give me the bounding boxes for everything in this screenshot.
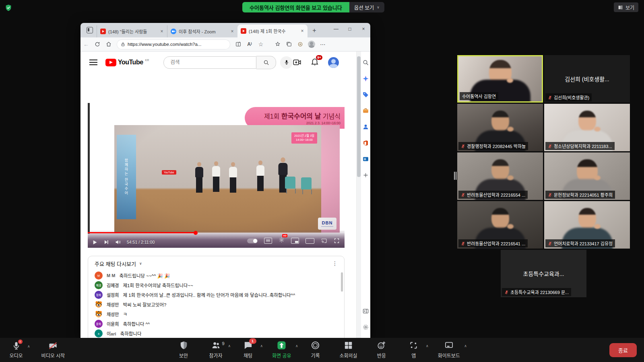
page-scrollbar-track[interactable]	[357, 51, 361, 338]
tab-manager-button[interactable]	[84, 25, 96, 36]
audio-options-chevron[interactable]: ∧	[27, 344, 30, 359]
search-icon[interactable]	[362, 59, 369, 66]
options-chevron[interactable]: ∧	[295, 344, 298, 348]
address-bar[interactable]: https://www.youtube.com/watch?a...	[117, 39, 230, 49]
profile-avatar[interactable]	[306, 39, 317, 49]
play-icon[interactable]	[92, 239, 98, 245]
back-button[interactable]: ←	[80, 39, 92, 49]
next-icon[interactable]	[103, 239, 109, 245]
browser-essentials-icon[interactable]	[295, 39, 306, 49]
refresh-button[interactable]	[92, 39, 103, 49]
options-chevron[interactable]: ∧	[464, 344, 467, 348]
volume-icon[interactable]	[115, 239, 121, 245]
office-icon[interactable]	[362, 139, 369, 147]
chat-avatar: 🐯	[95, 310, 103, 318]
participant-tile[interactable]: 초등특수교육과... 초등특수교육과 22130669 문...	[501, 250, 586, 297]
participant-tile[interactable]: 반려동물산업학과 22216554 ...	[457, 152, 543, 200]
subtitles-icon[interactable]	[264, 238, 272, 244]
favorites-bar-icon[interactable]	[272, 39, 283, 49]
participant-tile[interactable]: 김선희 (비호생활... 김선희(비호생활관)	[544, 55, 630, 103]
participant-tile[interactable]: 수어통역사 김항연	[457, 55, 543, 103]
page-scrollbar-thumb[interactable]	[357, 56, 361, 177]
window-close-button[interactable]: ×	[357, 23, 370, 35]
settings-icon[interactable]	[362, 323, 369, 331]
youtube-avatar[interactable]	[328, 57, 339, 68]
chat-text: ㅋ	[123, 311, 127, 317]
collections-icon[interactable]	[283, 39, 295, 49]
window-maximize-button[interactable]: □	[343, 23, 357, 35]
toolbar-button[interactable]: 기록	[308, 341, 324, 359]
cast-icon[interactable]	[321, 238, 327, 244]
participant-tile[interactable]: 경찰행정학과 22082445 박하늘	[457, 104, 543, 151]
tab-close-icon[interactable]: ×	[229, 29, 235, 34]
add-icon[interactable]	[362, 171, 369, 179]
toolbar-button[interactable]: 화이트보드 ∧	[438, 341, 460, 359]
youtube-logo[interactable]: YouTube KR	[105, 59, 149, 66]
zoom-toolbar: ! 오디오 ∧ 비디오 시작	[0, 338, 644, 362]
toolbar-button[interactable]: 소회의실	[340, 341, 357, 359]
shopping-icon[interactable]	[362, 91, 369, 99]
chat-replay-box: 주요 채팅 다시보기 ∨ ⋮ M M M 축하드립니당 ~~^^ 🎉 🎉	[88, 256, 345, 338]
menu-hamburger-icon[interactable]	[89, 60, 97, 65]
add-favorite-icon[interactable]: ☆	[255, 39, 266, 49]
toolbar-button[interactable]: 보안	[175, 341, 192, 359]
split-screen-icon[interactable]	[233, 39, 244, 49]
view-button[interactable]: 보기	[614, 2, 638, 12]
chevron-down-icon[interactable]: ∨	[139, 261, 142, 265]
toolbar-button[interactable]: 화면 공유 ∧	[272, 341, 291, 359]
browser-tab[interactable]: (148) 제 1회 한국수 ×	[237, 25, 308, 37]
search-button[interactable]	[256, 56, 276, 69]
chat-author: 이윤희	[107, 321, 119, 327]
chat-menu-kebab-icon[interactable]: ⋮	[332, 260, 338, 267]
browser-tab[interactable]: 이후 참석자 - Zoom ×	[167, 25, 237, 37]
tab-close-icon[interactable]: ×	[159, 29, 165, 34]
options-chevron[interactable]: ∧	[426, 344, 429, 348]
participant-tile[interactable]: 청소년상담복지학과 2211183...	[544, 104, 630, 151]
chat-message: M M M 축하드립니당 ~~^^ 🎉 🎉	[88, 271, 344, 280]
new-tab-button[interactable]: +	[309, 25, 320, 36]
tools-icon[interactable]	[362, 107, 369, 115]
audio-alert-badge: !	[18, 339, 23, 344]
copilot-icon[interactable]	[362, 75, 369, 82]
participant-name-label: 언어치료학과 22133417 김유정	[545, 239, 615, 247]
chat-scrollbar[interactable]	[341, 272, 343, 292]
autoplay-toggle[interactable]	[247, 239, 258, 243]
chat-replay-title[interactable]: 주요 채팅 다시보기	[95, 260, 136, 267]
read-aloud-icon[interactable]: A)	[244, 39, 255, 49]
options-chevron[interactable]: ∧	[228, 344, 231, 348]
progress-bar[interactable]	[88, 232, 345, 233]
end-meeting-button[interactable]: 종료	[609, 343, 637, 357]
create-video-icon[interactable]	[293, 58, 301, 67]
tab-close-icon[interactable]: ×	[299, 28, 305, 34]
video-player[interactable]: 제1회 한국수어의 날 기념식 2021.2.3. 14:00~16:00 함께…	[88, 102, 345, 248]
toolbar-button[interactable]: 1 채팅 ∧	[240, 341, 256, 359]
fullscreen-icon[interactable]	[334, 238, 340, 244]
toolbar-button[interactable]: 앱 ∧	[406, 341, 422, 359]
more-menu-icon[interactable]: ⋯	[317, 39, 328, 49]
toolbar-button[interactable]: 반응	[374, 341, 390, 359]
outlook-icon[interactable]	[362, 155, 369, 163]
panel-resize-handle[interactable]	[454, 172, 456, 180]
toolbar-button[interactable]: 9 참가자 ∧	[208, 341, 224, 359]
participant-tile[interactable]: 언어치료학과 22133417 김유정	[544, 201, 630, 249]
people-icon[interactable]	[362, 123, 369, 131]
voice-search-button[interactable]	[280, 56, 293, 69]
open-sidebar-icon[interactable]	[362, 307, 369, 315]
miniplayer-icon[interactable]	[291, 238, 299, 244]
window-minimize-button[interactable]: —	[329, 23, 343, 35]
options-chevron[interactable]: ∧	[260, 344, 263, 348]
start-video-button[interactable]: 비디오 시작	[41, 341, 65, 359]
theater-mode-icon[interactable]	[305, 238, 314, 244]
notifications-button[interactable]: 9+	[310, 57, 319, 68]
participant-tile[interactable]: 반려동물산업학과 22216541 ...	[457, 201, 543, 249]
stage-photo: 함께하는 한국수어 2021년 2월 3일14:00~16:00 YouTube…	[114, 125, 340, 233]
view-options-button[interactable]: 옵션 보기 ∨	[349, 2, 384, 12]
zoom-top-bar: 수어통역사 김항연의 화면을 보고 있습니다 옵션 보기 ∨ 보기	[0, 0, 644, 14]
search-box[interactable]	[163, 56, 256, 69]
participant-tile[interactable]: 문헌정보학과 22214051 황주희	[544, 152, 630, 200]
browser-tab[interactable]: (148) "들리는 사람들 ×	[97, 25, 167, 37]
search-input[interactable]	[169, 59, 244, 66]
audio-button[interactable]: ! 오디오	[8, 341, 24, 359]
home-button[interactable]	[103, 39, 114, 49]
settings-gear-icon[interactable]: HD	[279, 237, 285, 245]
